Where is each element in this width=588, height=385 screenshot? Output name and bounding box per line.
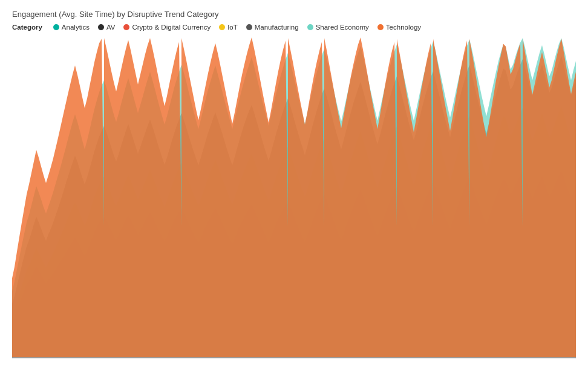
legend-item-analytics: Analytics: [53, 24, 90, 31]
manufacturing-label: Manufacturing: [255, 24, 299, 31]
crypto-dot: [123, 24, 129, 30]
technology-dot: [377, 24, 384, 30]
legend-item-technology: Technology: [377, 24, 421, 31]
av-label: AV: [106, 24, 116, 31]
chart-area: Jul 2017 Aug 2017 Sep 2017 Oct 2017 Nov …: [12, 37, 576, 361]
main-chart-svg: Jul 2017 Aug 2017 Sep 2017 Oct 2017 Nov …: [12, 37, 576, 361]
chart-title: Engagement (Avg. Site Time) by Disruptiv…: [12, 10, 576, 19]
av-dot: [98, 24, 104, 30]
legend-item-iot: IoT: [219, 24, 238, 31]
chart-legend: Category Analytics AV Crypto & Digital C…: [12, 24, 576, 31]
legend-item-manufacturing: Manufacturing: [246, 24, 299, 31]
iot-label: IoT: [227, 24, 238, 31]
legend-item-crypto: Crypto & Digital Currency: [123, 24, 211, 31]
analytics-label: Analytics: [62, 24, 90, 31]
technology-area: [12, 37, 576, 358]
manufacturing-dot: [246, 24, 252, 30]
crypto-label: Crypto & Digital Currency: [132, 24, 211, 31]
shared-label: Shared Economy: [316, 24, 369, 31]
legend-item-av: AV: [98, 24, 116, 31]
shared-dot: [307, 24, 313, 30]
iot-dot: [219, 24, 225, 30]
legend-category-label: Category: [12, 24, 42, 31]
technology-label: Technology: [386, 24, 421, 31]
analytics-dot: [53, 24, 59, 30]
chart-container: Engagement (Avg. Site Time) by Disruptiv…: [0, 0, 588, 385]
legend-item-shared: Shared Economy: [307, 24, 369, 31]
